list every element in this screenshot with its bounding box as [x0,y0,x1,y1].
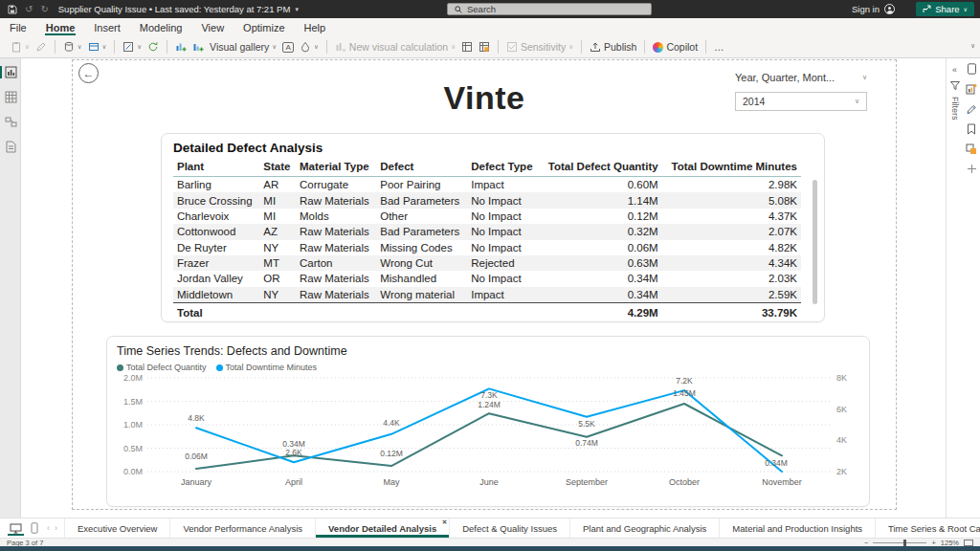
expand-pane-icon[interactable]: « [952,65,957,75]
menu-item-optimize[interactable]: Optimize [234,18,294,36]
tab-scroll-left-icon[interactable]: ‹ [47,523,50,533]
quick-measure-icon [479,41,490,53]
year-slicer-dropdown[interactable]: 2014 ∨ [735,92,867,111]
title-caret-icon[interactable]: ▼ [294,7,300,12]
table-row[interactable]: CharlevoixMIMoldsOtherNo Impact0.12M4.37… [173,209,801,224]
sign-in-button[interactable]: Sign in [852,4,895,14]
selection-pane-icon[interactable] [966,143,977,155]
recent-sources-button[interactable]: ∨ [85,41,110,53]
page-tab-label: Vendor Performance Analysis [183,523,302,534]
time-series-chart-visual[interactable]: Time Series Trends: Defects and Downtime… [106,336,870,507]
column-header[interactable]: State [259,158,296,177]
page-tab-defect-quality-issues[interactable]: Defect & Quality Issues [450,518,570,538]
column-header[interactable]: Defect [376,158,467,177]
table-row[interactable]: BarlingARCorrugatePoor PairingImpact0.60… [173,177,801,193]
page-tab-executive-overview[interactable]: Executive Overview [64,518,170,538]
table-row[interactable]: Bruce CrossingMIRaw MaterialsBad Paramet… [173,192,801,208]
defect-table-visual[interactable]: Detailed Defect Analysis PlantStateMater… [161,133,825,322]
column-header[interactable]: Defect Type [467,158,539,177]
search-input[interactable]: Search [447,3,652,15]
data-label: 0.74M [575,438,598,448]
page-tab-vendor-performance-analysis[interactable]: Vendor Performance Analysis [170,518,316,538]
menu-bar: FileHomeInsertModelingViewOptimizeHelp [0,18,980,36]
table-view-button[interactable] [0,91,20,103]
filters-collapsed-pane[interactable]: « Filters [946,58,963,518]
legend-item[interactable]: Total Downtime Minutes [216,363,318,372]
line-chart[interactable]: 0.0M0.5M1.0M1.5M2.0M2K4K6K8KJanuaryApril… [117,372,859,498]
tab-close-icon[interactable]: ✕ [442,518,447,526]
page-tab-plant-and-geographic-analysis[interactable]: Plant and Geographic Analysis [570,518,720,538]
page-tab-material-and-production-insights[interactable]: Material and Production Insights [720,518,876,538]
desktop-layout-button[interactable] [10,518,22,538]
table-row[interactable]: FrazerMTCartonWrong CutRejected0.63M4.34… [173,255,801,271]
table-total-cell [296,303,376,321]
table-cell: NY [259,287,296,303]
collapse-ribbon-icon[interactable]: ∨ [970,42,975,50]
report-canvas-page[interactable]: ← Vinte Year, Quarter, Mont... ∨ 2014 ∨ … [72,59,897,510]
publish-button[interactable]: Publish [587,41,639,53]
menu-item-home[interactable]: Home [36,18,85,36]
mobile-layout-button[interactable] [31,518,38,538]
shapes-button[interactable]: ∨ [297,41,322,53]
copilot-button[interactable]: Copilot [650,41,701,53]
window-bottom-band [0,546,980,551]
undo-icon[interactable]: ↺ [25,5,33,14]
redo-icon[interactable]: ↻ [40,5,48,14]
page-tab-time-series-root-cause-investigation[interactable]: Time Series & Root Cause Investigation [876,518,980,538]
document-title: Supplier Quality Issue • Last saved: Yes… [58,4,291,14]
get-data-button[interactable]: ∨ [60,41,85,53]
table-cell: No Impact [467,240,539,255]
dax-query-view-button[interactable] [0,141,20,153]
quick-visual-button[interactable] [189,41,207,53]
menu-item-modeling[interactable]: Modeling [130,18,192,36]
fit-to-page-icon[interactable] [964,540,973,546]
add-pane-icon[interactable] [967,164,977,174]
text-box-button[interactable]: A [279,42,297,53]
table-cell: 2.59K [662,287,801,303]
column-header[interactable]: Plant [173,158,259,177]
x-axis-label: June [479,477,499,487]
format-painter-button[interactable] [33,41,50,53]
refresh-button[interactable] [145,41,162,53]
format-visual-icon[interactable] [966,103,977,115]
share-button[interactable]: Share ∨ [916,2,974,16]
table-row[interactable]: MiddletownNYRaw MaterialsWrong materialI… [173,287,801,303]
format-page-icon[interactable] [967,63,977,75]
quick-measure-button[interactable] [476,41,493,53]
table-row[interactable]: De RuyterNYRaw MaterialsMissing CodesNo … [173,240,801,255]
tab-scroll-right-icon[interactable]: › [55,523,57,533]
visual-gallery-button[interactable]: Visual gallery ∨ [207,41,279,53]
data-label: 0.34M [765,458,788,468]
column-header[interactable]: Material Type [296,158,376,177]
build-visual-icon[interactable] [966,83,977,95]
page-tab-vendor-detailed-analysis[interactable]: Vendor Detailed Analysis✕ [316,518,450,538]
menu-item-view[interactable]: View [191,18,234,36]
table-scrollbar[interactable] [813,180,817,304]
column-header[interactable]: Total Downtime Minutes [662,158,801,177]
table-row[interactable]: Jordan ValleyORRaw MaterialsMishandledNo… [173,271,801,286]
transform-data-button[interactable]: ∨ [120,41,145,53]
slicer-field-header[interactable]: Year, Quarter, Mont... ∨ [735,72,867,83]
more-commands-button[interactable]: … [711,41,727,53]
table-cell: 1.14M [540,192,662,208]
save-icon[interactable] [8,5,17,14]
legend-item[interactable]: Total Defect Quantity [117,363,207,372]
menu-item-insert[interactable]: Insert [84,18,130,36]
new-measure-button[interactable] [458,41,476,53]
table-cell: Raw Materials [296,224,376,239]
report-view-button[interactable] [0,66,20,78]
zoom-slider[interactable] [873,542,926,543]
table-cell: 0.34M [540,287,662,303]
column-header[interactable]: Total Defect Quantity [540,158,662,177]
model-view-button[interactable] [0,116,20,128]
legend-label: Total Defect Quantity [126,363,207,372]
new-visual-button[interactable] [172,41,189,53]
table-row[interactable]: CottonwoodAZRaw MaterialsBad ParametersN… [173,224,801,239]
menu-item-file[interactable]: File [0,18,36,36]
bookmark-icon[interactable] [967,123,976,135]
table-cell: MI [259,192,296,208]
menu-item-help[interactable]: Help [295,18,336,36]
data-label: 7.2K [676,376,693,386]
zoom-slider-handle[interactable] [903,540,906,546]
paste-button[interactable]: ∨ [8,41,33,53]
